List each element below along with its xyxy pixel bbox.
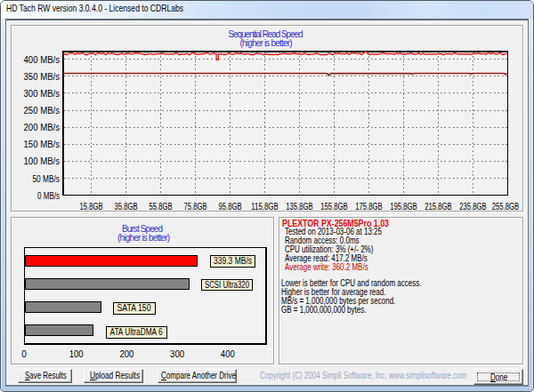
svg-text:400: 400 [221, 349, 235, 359]
svg-text:200: 200 [119, 349, 134, 359]
svg-text:95.8GB: 95.8GB [219, 202, 242, 212]
svg-text:SCSI Ultra320: SCSI Ultra320 [205, 280, 249, 290]
svg-text:155.8GB: 155.8GB [320, 202, 348, 212]
svg-text:215.8GB: 215.8GB [425, 202, 452, 212]
svg-text:235.8GB: 235.8GB [459, 202, 487, 212]
svg-text:300 MB/s: 300 MB/s [24, 89, 61, 99]
svg-text:100: 100 [69, 349, 84, 359]
svg-text:75.8GB: 75.8GB [184, 202, 207, 212]
svg-text:350 MB/s: 350 MB/s [24, 72, 61, 82]
svg-text:150 MB/s: 150 MB/s [24, 140, 61, 149]
svg-text:0 MB/s: 0 MB/s [37, 191, 60, 201]
svg-text:(higher is better): (higher is better) [240, 38, 293, 48]
svg-text:SATA 150: SATA 150 [117, 303, 151, 313]
svg-text:50 MB/s: 50 MB/s [33, 174, 61, 184]
svg-text:300: 300 [170, 349, 184, 359]
svg-text:0: 0 [21, 349, 27, 359]
svg-text:100 MB/s: 100 MB/s [24, 156, 61, 166]
svg-text:255.8GB: 255.8GB [492, 202, 520, 212]
svg-text:ATA UltraDMA 6: ATA UltraDMA 6 [110, 327, 163, 337]
svg-text:195.8GB: 195.8GB [390, 202, 417, 212]
svg-text:400 MB/s: 400 MB/s [24, 55, 61, 65]
svg-text:(higher is better): (higher is better) [117, 233, 170, 243]
svg-text:115.8GB: 115.8GB [251, 202, 279, 212]
svg-text:135.8GB: 135.8GB [286, 202, 313, 212]
svg-text:250 MB/s: 250 MB/s [24, 106, 61, 116]
svg-text:175.8GB: 175.8GB [355, 202, 383, 212]
svg-text:339.3 MB/s: 339.3 MB/s [214, 256, 252, 266]
svg-text:55.8GB: 55.8GB [150, 202, 173, 212]
svg-text:35.8GB: 35.8GB [115, 202, 138, 212]
svg-text:15.8GB: 15.8GB [80, 202, 103, 212]
svg-text:200 MB/s: 200 MB/s [24, 123, 61, 132]
